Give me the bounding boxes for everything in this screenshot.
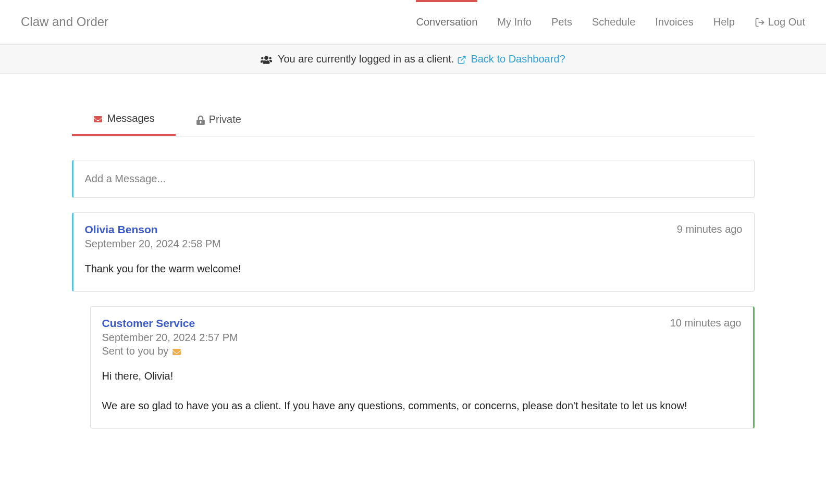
nav-logout-label: Log Out (768, 16, 805, 28)
back-to-dashboard-label: Back to Dashboard? (471, 53, 565, 65)
message-ago: 10 minutes ago (670, 317, 742, 329)
message-meta: Customer Service September 20, 2024 2:57… (102, 317, 238, 357)
nav-logout[interactable]: Log Out (755, 0, 805, 44)
compose-message-input[interactable]: Add a Message... (72, 160, 755, 198)
tab-private[interactable]: Private (176, 105, 262, 136)
logout-icon (755, 16, 765, 28)
nav-invoices[interactable]: Invoices (655, 0, 693, 44)
message-body: Thank you for the warm welcome! (85, 261, 743, 276)
message-header: Olivia Benson September 20, 2024 2:58 PM… (85, 223, 743, 250)
nav-links: Conversation My Info Pets Schedule Invoi… (416, 0, 805, 44)
message-author[interactable]: Customer Service (102, 317, 238, 330)
message-text: We are so glad to have you as a client. … (102, 398, 742, 413)
message-date: September 20, 2024 2:58 PM (85, 238, 221, 250)
tab-private-label: Private (209, 114, 241, 125)
nav-help[interactable]: Help (713, 0, 735, 44)
message-meta: Olivia Benson September 20, 2024 2:58 PM (85, 223, 221, 250)
envelope-icon (93, 112, 103, 124)
nav-schedule[interactable]: Schedule (592, 0, 635, 44)
message-author[interactable]: Olivia Benson (85, 223, 221, 236)
back-to-dashboard-link[interactable]: Back to Dashboard? (457, 53, 565, 65)
notice-bar: You are currently logged in as a client.… (0, 44, 826, 74)
message-ago: 9 minutes ago (677, 223, 743, 235)
external-link-icon (457, 53, 470, 65)
top-navbar: Claw and Order Conversation My Info Pets… (0, 0, 826, 44)
users-icon (261, 53, 275, 65)
lock-icon (196, 114, 205, 125)
tab-messages[interactable]: Messages (72, 105, 176, 136)
message-header: Customer Service September 20, 2024 2:57… (102, 317, 742, 357)
brand-title[interactable]: Claw and Order (21, 15, 108, 29)
nav-pets[interactable]: Pets (551, 0, 572, 44)
envelope-icon (171, 345, 182, 357)
message-card-client: Olivia Benson September 20, 2024 2:58 PM… (72, 212, 755, 292)
svg-line-1 (461, 56, 465, 60)
message-text: Thank you for the warm welcome! (85, 261, 743, 276)
nav-conversation[interactable]: Conversation (416, 0, 477, 44)
message-date: September 20, 2024 2:57 PM (102, 332, 238, 344)
message-body: Hi there, Olivia! We are so glad to have… (102, 369, 742, 413)
tab-messages-label: Messages (107, 112, 155, 124)
sent-by-label: Sent to you by (102, 345, 169, 357)
tabs: Messages Private (72, 105, 755, 136)
message-text: Hi there, Olivia! (102, 369, 742, 384)
notice-text: You are currently logged in as a client. (278, 53, 457, 65)
content-area: Messages Private Add a Message... Olivia… (72, 105, 755, 449)
message-sent-by: Sent to you by (102, 345, 238, 357)
message-card-staff: Customer Service September 20, 2024 2:57… (90, 306, 755, 429)
nav-my-info[interactable]: My Info (497, 0, 532, 44)
